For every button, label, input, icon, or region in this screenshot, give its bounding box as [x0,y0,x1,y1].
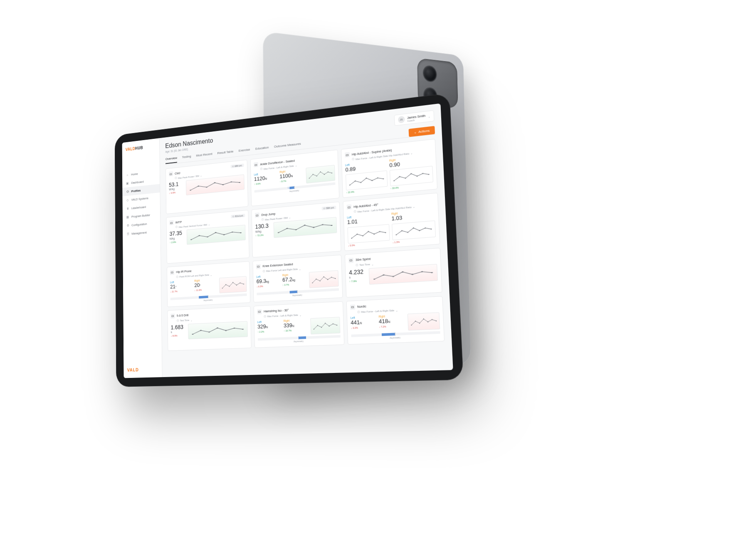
svg-point-6 [239,182,240,183]
sidebar-item-label: Configuration [131,222,147,227]
sidebar-item-label: Leaderboard [131,205,146,210]
tab-outcome-measures[interactable]: Outcome Measures [274,142,301,152]
info-icon: ⓘ [260,167,263,171]
person-icon: ⚇ [232,215,235,218]
metric-card[interactable]: ▭Hip IR Proneⓘ Peak ROM Left and Right S… [167,261,250,307]
metric-icon: ▭ [170,313,175,318]
tab-overview[interactable]: Overview [166,156,177,164]
person-icon: ⚇ [232,165,234,168]
asymmetry-value: 1.9% [288,186,293,189]
right-value: 339N [284,321,308,328]
metric-delta: ↑ 7.9% [349,279,367,283]
right-value: 20° [194,281,217,288]
svg-point-83 [242,328,244,329]
metric-card[interactable]: ▭Hip Add/Abd - 45°ⓘ Max Force - Left & R… [343,193,440,251]
nav-group: ⌂Home▣Dashboard⚇Profiles◇VALD Systems♛Le… [122,167,161,239]
sparkline-chart [346,170,388,190]
metric-card[interactable]: ▭CMJⓘ Max Peak Power / BM ⌄⚇ 68th pct.53… [166,160,248,215]
svg-point-29 [198,235,200,236]
chevron-down-icon: ⌄ [295,164,297,167]
home-icon: ⌂ [126,173,129,177]
metric-icon: ▭ [170,270,174,275]
metric-icon: ▭ [257,309,262,314]
cards-grid: ▭CMJⓘ Max Peak Power / BM ⌄⚇ 68th pct.53… [166,139,445,351]
metric-card[interactable]: ▭Hamstring Iso - 30°ⓘ Max Force - Left &… [254,301,345,348]
user-chip[interactable]: JS James Smith Coach ⌄ [394,110,434,126]
chevron-down-icon: ⌄ [200,174,202,177]
leaderboard-icon: ♛ [126,206,129,210]
svg-point-41 [331,225,332,226]
metric-icon: ▭ [255,212,259,218]
svg-point-3 [214,182,215,183]
sparkline-chart [407,312,440,331]
card-title: 30m Sprint [356,257,371,262]
chevron-down-icon: ⌄ [299,267,301,270]
chevron-down-icon: ⌄ [208,223,210,226]
systems-icon: ◇ [126,198,129,202]
metric-card[interactable]: ▭Nordicⓘ Max Force - Left & Right Side ⌄… [346,296,445,345]
metric-card[interactable]: ▭Ankle Dorsiflexion - Seatedⓘ Max Force … [250,150,340,207]
management-icon: ☰ [126,232,129,236]
tab-education[interactable]: Education [255,146,269,154]
metric-card[interactable]: ▭Knee Extension Seatedⓘ Max Force Left a… [252,254,343,302]
metric-card[interactable]: ▭5-0-5 Drillⓘ Test Time ⌄1.683s↓ 8.9% [167,306,251,351]
svg-point-76 [431,272,433,273]
logo-part1: VALD [126,146,135,152]
right-delta: ↑ 3.7% [282,282,306,286]
person-icon: ⚇ [323,207,325,210]
card-title: Knee Extension Seated [262,262,293,268]
sidebar: VALDHUB ⌂Home▣Dashboard⚇Profiles◇VALD Sy… [122,138,163,378]
avatar: JS [398,116,405,123]
sparkline-chart [187,225,246,245]
builder-icon: ▦ [126,215,129,219]
card-title: Nordic [357,304,366,308]
dashboard-icon: ▣ [126,181,129,185]
svg-point-27 [428,174,430,175]
app-logo: VALDHUB [122,143,160,160]
asymmetry-value: 5.3% [388,332,393,335]
chevron-down-icon: ⌄ [413,205,415,209]
sparkline-chart [219,276,247,293]
actions-button[interactable]: ⌄ Actions [408,126,435,137]
footer-logo: VALD [124,367,162,373]
metric-value: 1.683 [170,324,186,331]
tab-most-recent[interactable]: Most Recent [196,152,212,160]
svg-point-1 [198,185,199,186]
sparkline-chart [310,317,341,334]
sidebar-item-label: Program Builder [131,213,150,219]
metric-icon: ▭ [350,304,355,310]
svg-point-4 [222,184,224,185]
sparkline-chart [274,217,337,238]
metric-icon: ▭ [345,152,350,158]
sparkline-chart [369,264,438,284]
metric-card[interactable]: ▭30m Sprintⓘ Test Time ⌄4.232s↑ 7.9% [345,248,442,298]
info-icon: ⓘ [354,210,356,214]
profile-header: Edson Nascimento Age: 31 (01 Jan 1992) [165,137,213,153]
asymmetry-value: 3% [292,290,296,293]
metric-card[interactable]: ▭Drop Jumpⓘ Max Peak Power / BM ⌄⚇ 58th … [251,202,341,257]
info-icon: ⓘ [262,218,264,222]
info-icon: ⓘ [175,225,178,229]
sidebar-item-label: Management [131,230,146,235]
svg-point-62 [243,284,244,284]
device-front: VALDHUB ⌂Home▣Dashboard⚇Profiles◇VALD Sy… [115,93,464,387]
metric-card[interactable]: ▭IMTPⓘ Max Peak Vertical Force / BM ⌄⚇ 8… [166,210,249,264]
asymmetry-row: 2.9%Asymmetry [258,335,341,344]
svg-point-69 [335,278,336,279]
tab-exercise[interactable]: Exercise [239,148,250,155]
info-icon: ⓘ [175,176,177,180]
svg-point-78 [200,330,202,331]
chevron-down-icon: ⌄ [190,318,192,321]
sparkline-chart [392,220,436,240]
left-delta: ↓ 21.7% [170,289,192,293]
metric-delta: ↓ 8.9% [171,334,186,337]
asymmetry-row: 5.3%Asymmetry [351,331,440,340]
main-content: Edson Nascimento Age: 31 (01 Jan 1992) J… [160,104,453,377]
card-title: Hamstring Iso - 30° [264,308,289,313]
card-title: Hip IR Prone [176,269,191,274]
tab-result-table[interactable]: Result Table [217,150,234,158]
tab-testing[interactable]: Testing [182,155,191,162]
svg-point-0 [190,190,191,190]
metric-card[interactable]: ▭Hip Add/Abd - Supine (Ankle)ⓘ Max Force… [341,139,437,198]
svg-point-2 [206,187,207,187]
